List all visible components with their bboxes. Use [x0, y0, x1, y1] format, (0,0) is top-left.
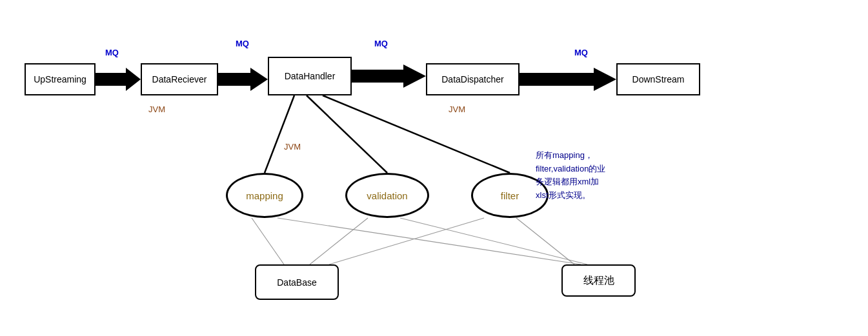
line-handler-validation — [307, 95, 387, 173]
node-mapping: mapping — [226, 173, 303, 218]
label-mq2: MQ — [236, 39, 249, 48]
node-mapping-label: mapping — [246, 190, 283, 201]
annotation-text: 所有mapping， filter,validation的业 务逻辑都用xml加… — [536, 135, 639, 203]
node-database-label: DataBase — [277, 277, 316, 288]
line-filter-database — [329, 218, 484, 264]
line-mapping-database — [252, 218, 284, 264]
line-validation-threadpool — [400, 218, 587, 264]
label-mq4: MQ — [574, 48, 588, 57]
arrow-reciever-handler — [218, 68, 268, 91]
node-datahandler-label: DataHandler — [285, 71, 336, 81]
label-jvm2: JVM — [284, 142, 301, 152]
node-downstream: DownStream — [616, 63, 700, 95]
label-mq3: MQ — [374, 39, 388, 48]
node-datareciever: DataReciever — [141, 63, 218, 95]
diagram-container: UpStreaming DataReciever DataHandler Dat… — [0, 0, 868, 336]
label-jvm1: JVM — [148, 104, 165, 114]
line-validation-database — [310, 218, 368, 264]
node-filter-label: filter — [501, 190, 519, 201]
node-datahandler: DataHandler — [268, 57, 352, 95]
node-validation: validation — [345, 173, 429, 218]
node-datareciever-label: DataReciever — [152, 74, 207, 84]
node-upstreaming: UpStreaming — [25, 63, 96, 95]
node-upstreaming-label: UpStreaming — [34, 74, 86, 84]
node-database: DataBase — [255, 264, 339, 300]
line-mapping-threadpool — [278, 218, 581, 264]
node-threadpool: 线程池 — [561, 264, 636, 297]
arrow-upstream-reciever — [96, 68, 141, 91]
diagram-lines — [0, 0, 868, 336]
node-datadispatcher-label: DataDispatcher — [441, 74, 504, 84]
label-jvm3: JVM — [449, 104, 465, 114]
node-threadpool-label: 线程池 — [583, 274, 614, 288]
arrow-handler-dispatcher — [352, 64, 426, 88]
arrow-dispatcher-downstream — [520, 68, 616, 91]
label-mq1: MQ — [105, 48, 119, 57]
line-handler-filter — [323, 95, 510, 173]
node-validation-label: validation — [367, 190, 407, 201]
node-downstream-label: DownStream — [632, 74, 685, 84]
line-handler-mapping — [265, 95, 294, 173]
node-datadispatcher: DataDispatcher — [426, 63, 520, 95]
line-filter-threadpool — [516, 218, 574, 264]
